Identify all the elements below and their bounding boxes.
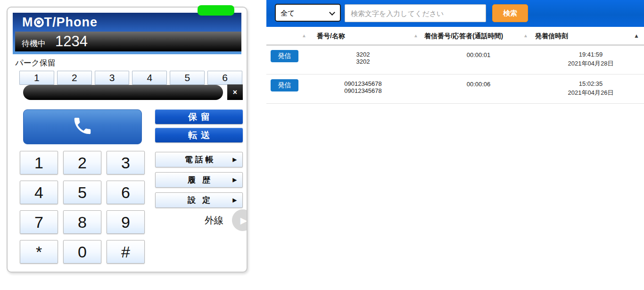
park-button-4[interactable]: 4 (132, 71, 167, 85)
dial-key-6[interactable]: 6 (107, 181, 145, 204)
filter-select-wrap: 全て (275, 4, 341, 22)
phone-handset-icon (72, 115, 93, 139)
logo-text-rest: T/Phone (44, 15, 98, 30)
clear-icon: × (233, 88, 237, 97)
call-button[interactable] (23, 109, 142, 144)
dial-key-1[interactable]: 1 (20, 151, 58, 174)
outside-line-label: 外線 (205, 214, 223, 227)
number-display (23, 85, 223, 100)
dial-key-2[interactable]: 2 (63, 151, 101, 174)
status-label: 待機中 (22, 34, 46, 54)
history-button[interactable]: 履 歴 ▶ (155, 172, 243, 188)
sort-icon[interactable]: ▲ (634, 33, 639, 39)
logo-o-icon (34, 17, 44, 27)
arrow-right-icon: ▶ (233, 157, 237, 163)
phonebook-button[interactable]: 電話帳 ▶ (155, 152, 243, 167)
search-input[interactable] (345, 4, 486, 22)
sort-icon[interactable]: ▲ (523, 33, 528, 38)
number-name-cell: 09012345678 09012345678 (306, 79, 420, 97)
logo-text-m: M (22, 15, 33, 30)
settings-button[interactable]: 設 定 ▶ (155, 192, 243, 208)
play-icon: ▶ (240, 215, 248, 226)
hold-button[interactable]: 保留 (155, 109, 243, 124)
dial-key-7[interactable]: 7 (20, 210, 58, 234)
call-type-badge[interactable]: 発信 (271, 79, 298, 91)
dial-key-5[interactable]: 5 (63, 181, 101, 204)
dial-key-3[interactable]: 3 (107, 151, 145, 174)
outside-line-button[interactable]: ▶ (232, 209, 248, 231)
dial-key-9[interactable]: 9 (107, 210, 145, 234)
call-history-table: ▲ 番号/名称 ▲ 着信番号/応答者(通話時間) ▲ 発着信時刻 ▲ 発信 32… (266, 27, 644, 104)
duration-cell: 00:00:01 (420, 50, 537, 68)
column-incoming-responder: 着信番号/応答者(通話時間) (424, 32, 503, 41)
dial-key-8[interactable]: 8 (63, 210, 101, 234)
column-number-name: 番号/名称 (317, 32, 345, 41)
dial-key-star[interactable]: * (20, 240, 58, 264)
duration-cell: 00:00:06 (420, 79, 537, 97)
transfer-button[interactable]: 転送 (155, 128, 243, 142)
status-led (198, 5, 234, 16)
datetime-cell: 19:41:59 2021年04月28日 (537, 50, 644, 68)
extension-number: 1234 (55, 32, 88, 51)
filter-select[interactable]: 全て (276, 5, 340, 21)
status-bar: 待機中 1234 (15, 32, 241, 51)
clear-button[interactable]: × (227, 84, 243, 100)
park-button-3[interactable]: 3 (95, 71, 130, 85)
arrow-right-icon: ▶ (233, 177, 237, 183)
park-button-2[interactable]: 2 (57, 71, 92, 85)
dial-key-0[interactable]: 0 (63, 240, 101, 264)
sort-icon[interactable]: ▲ (302, 33, 306, 38)
number-name-cell: 3202 3202 (306, 50, 420, 68)
call-type-badge[interactable]: 発信 (271, 50, 298, 62)
park-button-row: 1 2 3 4 5 6 (19, 71, 242, 85)
table-header: ▲ 番号/名称 ▲ 着信番号/応答者(通話時間) ▲ 発着信時刻 ▲ (266, 27, 644, 45)
table-row: 発信 3202 3202 00:00:01 19:41:59 2021年04月2… (266, 45, 644, 75)
softphone-panel: MT/Phone 待機中 1234 パーク保留 1 2 3 4 5 6 × 保留… (7, 7, 248, 273)
dial-pad: 1 2 3 4 5 6 7 8 9 * 0 # (20, 151, 145, 264)
search-button[interactable]: 検索 (492, 4, 528, 22)
datetime-cell: 15:02:35 2021年04月26日 (537, 79, 644, 97)
park-button-1[interactable]: 1 (19, 71, 54, 85)
phone-header: MT/Phone 待機中 1234 (13, 13, 241, 54)
arrow-right-icon: ▶ (233, 197, 237, 203)
dial-key-4[interactable]: 4 (20, 181, 58, 204)
sort-icon[interactable]: ▲ (413, 33, 418, 38)
park-button-5[interactable]: 5 (170, 71, 205, 85)
table-row: 発信 09012345678 09012345678 00:00:06 15:0… (266, 75, 644, 104)
park-button-6[interactable]: 6 (207, 71, 242, 85)
park-hold-label: パーク保留 (15, 58, 56, 68)
search-toolbar: 全て 検索 (266, 0, 644, 27)
dial-key-hash[interactable]: # (107, 240, 145, 264)
column-datetime: 発着信時刻 (535, 32, 568, 41)
app-logo: MT/Phone (13, 13, 241, 32)
